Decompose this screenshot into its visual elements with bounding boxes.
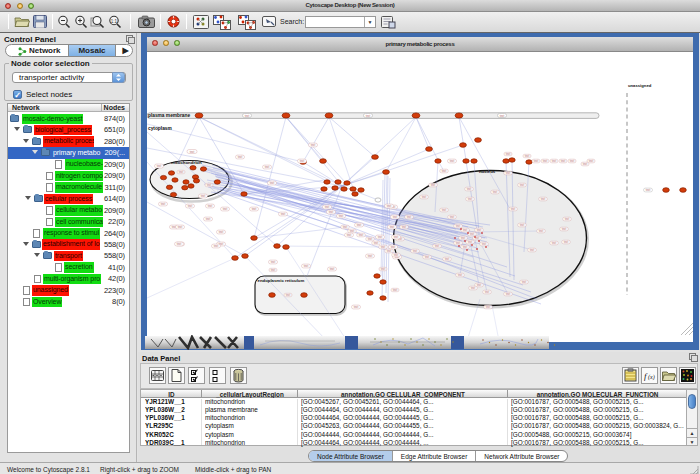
svg-text:text: text	[520, 223, 525, 227]
svg-text:text: text	[378, 235, 383, 239]
svg-text:text: text	[271, 268, 276, 272]
svg-text:text: text	[431, 183, 436, 187]
svg-text:plasma membrane: plasma membrane	[148, 113, 190, 118]
svg-text:text: text	[463, 245, 468, 249]
svg-text:text: text	[368, 237, 373, 241]
svg-text:text: text	[534, 159, 539, 163]
svg-text:text: text	[646, 188, 651, 192]
svg-text:text: text	[467, 187, 472, 191]
svg-text:text: text	[583, 162, 588, 166]
svg-text:text: text	[219, 230, 224, 234]
svg-text:text: text	[485, 290, 490, 294]
svg-text:text: text	[422, 195, 427, 199]
svg-text:text: text	[477, 228, 482, 232]
svg-text:text: text	[461, 236, 466, 240]
svg-text:text: text	[541, 197, 546, 201]
svg-text:text: text	[311, 143, 316, 147]
svg-text:text: text	[445, 257, 450, 261]
svg-text:text: text	[561, 159, 566, 163]
svg-text:text: text	[252, 207, 257, 211]
svg-text:text: text	[477, 283, 482, 287]
svg-text:text: text	[442, 208, 447, 212]
svg-text:text: text	[330, 267, 335, 271]
svg-text:text: text	[393, 288, 398, 292]
svg-text:text: text	[381, 267, 386, 271]
svg-text:text: text	[281, 212, 286, 216]
svg-text:text: text	[357, 223, 362, 227]
svg-text:text: text	[442, 169, 447, 173]
svg-text:text: text	[425, 255, 430, 259]
svg-text:text: text	[270, 181, 275, 185]
svg-text:text: text	[589, 159, 594, 163]
svg-text:text: text	[552, 241, 557, 245]
svg-text:text: text	[543, 159, 548, 163]
svg-text:text: text	[390, 225, 395, 229]
svg-text:text: text	[552, 159, 557, 163]
svg-text:text: text	[562, 227, 567, 231]
svg-text:text: text	[394, 253, 399, 257]
svg-text:text: text	[214, 244, 219, 248]
svg-text:text: text	[570, 159, 575, 163]
svg-text:text: text	[506, 152, 511, 156]
svg-text:text: text	[413, 249, 418, 253]
svg-text:text: text	[471, 286, 476, 290]
svg-text:text: text	[407, 215, 412, 219]
svg-text:text: text	[343, 225, 348, 229]
svg-text:text: text	[463, 228, 468, 232]
svg-text:text: text	[391, 245, 396, 249]
svg-text:text: text	[456, 224, 461, 228]
svg-text:text: text	[201, 194, 206, 198]
svg-text:text: text	[522, 280, 527, 284]
svg-text:text: text	[223, 207, 228, 211]
svg-text:text: text	[207, 183, 212, 187]
svg-text:nucleus: nucleus	[479, 169, 496, 174]
svg-text:text: text	[359, 233, 364, 237]
svg-text:text: text	[506, 292, 511, 296]
svg-text:text: text	[486, 305, 491, 309]
svg-text:text: text	[179, 170, 184, 174]
svg-text:text: text	[468, 197, 473, 201]
svg-text:text: text	[493, 190, 498, 194]
svg-text:text: text	[300, 159, 305, 163]
svg-text:text: text	[387, 249, 392, 253]
svg-text:text: text	[347, 233, 352, 237]
svg-text:text: text	[482, 242, 487, 246]
svg-text:text: text	[366, 114, 371, 118]
svg-text:text: text	[539, 229, 544, 233]
svg-text:text: text	[339, 214, 344, 218]
svg-text:text: text	[450, 159, 455, 163]
svg-text:text: text	[190, 150, 195, 154]
svg-text:text: text	[564, 240, 569, 244]
svg-text:mitochondrion: mitochondrion	[171, 160, 202, 165]
svg-text:text: text	[238, 155, 243, 159]
svg-text:text: text	[265, 165, 270, 169]
svg-text:text: text	[286, 293, 291, 297]
svg-text:text: text	[456, 241, 461, 245]
svg-text:text: text	[374, 241, 379, 245]
svg-text:text: text	[435, 244, 440, 248]
svg-text:text: text	[525, 154, 530, 158]
svg-text:text: text	[468, 240, 473, 244]
svg-text:text: text	[304, 264, 309, 268]
svg-text:text: text	[206, 217, 211, 221]
svg-text:(x): (x)	[648, 374, 655, 381]
svg-text:text: text	[402, 225, 407, 229]
svg-text:text: text	[325, 205, 330, 209]
svg-text:text: text	[245, 114, 250, 118]
svg-text:text: text	[178, 225, 183, 229]
svg-text:text: text	[354, 305, 359, 309]
svg-text:text: text	[329, 210, 334, 214]
svg-text:cytoplasm: cytoplasm	[148, 126, 172, 131]
svg-text:text: text	[271, 260, 276, 264]
svg-text:text: text	[565, 217, 570, 221]
svg-text:text: text	[520, 183, 525, 187]
svg-text:text: text	[188, 204, 193, 208]
svg-text:text: text	[177, 242, 182, 246]
svg-text:1:1: 1:1	[111, 19, 118, 24]
svg-text:text: text	[387, 204, 392, 208]
svg-text:text: text	[368, 254, 373, 258]
svg-text:unassigned: unassigned	[628, 83, 652, 88]
svg-text:text: text	[157, 164, 162, 168]
svg-text:text: text	[511, 207, 516, 211]
svg-text:text: text	[450, 215, 455, 219]
